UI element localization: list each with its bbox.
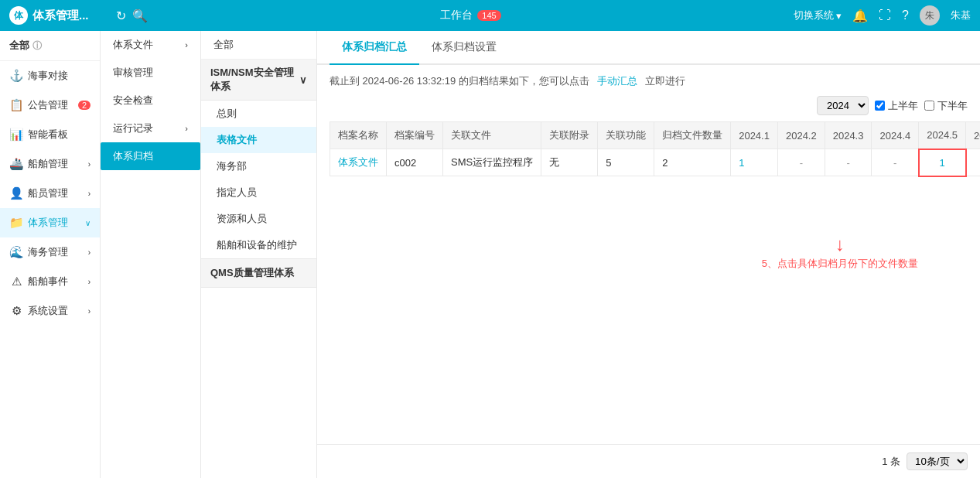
second-sidebar-item-log[interactable]: 运行记录 › xyxy=(101,114,200,142)
chevron-right-icon: › xyxy=(88,307,90,316)
tab-archive-summary[interactable]: 体系归档汇总 xyxy=(330,31,419,65)
cell-2024-2: - xyxy=(777,149,825,176)
sidebar-item-ship[interactable]: 🚢 船舶管理 › xyxy=(0,149,100,179)
second-sidebar-item-archive[interactable]: 体系归档 xyxy=(101,142,200,170)
top-header: 体 体系管理... ↻ 🔍 工作台 145 切换系统 ▾ 🔔 ⛶ ? 朱 朱基 xyxy=(0,0,980,31)
ism-item-sea-dept[interactable]: 海务部 xyxy=(201,153,316,179)
chevron-down-icon: ∨ xyxy=(85,219,90,227)
ism-all-item[interactable]: 全部 xyxy=(201,31,316,60)
notice-badge: 2 xyxy=(78,101,90,110)
first-half-label: 上半年 xyxy=(888,99,918,113)
second-sidebar-item-label: 体系文件 xyxy=(113,38,153,52)
col-2024-5: 2024.5 xyxy=(919,122,966,149)
warning-icon: ⚠ xyxy=(9,275,23,289)
col-2024-1: 2024.1 xyxy=(731,122,778,149)
workbench-badge: 145 xyxy=(477,10,500,21)
second-sidebar-item-audit[interactable]: 审核管理 xyxy=(101,59,200,87)
switch-sys-button[interactable]: 切换系统 ▾ xyxy=(794,9,842,22)
second-half-checkbox-label[interactable]: 下半年 xyxy=(924,99,968,113)
tab-archive-settings[interactable]: 体系归档设置 xyxy=(419,31,509,65)
sidebar-item-crew[interactable]: 👤 船员管理 › xyxy=(0,179,100,208)
sidebar-item-label: 系统设置 xyxy=(28,304,68,318)
workbench-button[interactable]: 工作台 145 xyxy=(440,9,500,22)
first-half-checkbox[interactable] xyxy=(875,101,885,111)
sidebar-item-label: 船员管理 xyxy=(28,186,68,200)
ism-item-designated[interactable]: 指定人员 xyxy=(201,179,316,206)
fullscreen-icon[interactable]: ⛶ xyxy=(879,9,891,22)
main-layout: 全部 ⓘ ⚓ 海事对接 📋 公告管理 2 📊 智能看板 🚢 船舶管理 › 👤 船… xyxy=(0,31,980,478)
per-page-select[interactable]: 10条/页 20条/页 50条/页 xyxy=(907,452,968,470)
system-icon: 📁 xyxy=(9,216,23,230)
second-sidebar: 体系文件 › 审核管理 安全检查 运行记录 › 体系归档 xyxy=(101,31,201,478)
ism-sidebar: 全部 ISM/NSM安全管理体系 ∨ 总则 表格文件 海务部 指定人员 资源和人… xyxy=(201,31,317,478)
switch-sys-label: 切换系统 xyxy=(794,9,834,22)
col-function: 关联功能 xyxy=(598,122,654,149)
help-icon[interactable]: ? xyxy=(902,9,909,22)
ism-nsm-header[interactable]: ISM/NSM安全管理体系 ∨ xyxy=(201,60,316,101)
cell-appendix: 无 xyxy=(541,149,598,176)
second-sidebar-item-safety[interactable]: 安全检查 xyxy=(101,87,200,114)
cell-name: 体系文件 xyxy=(330,149,387,176)
cell-2024-3: - xyxy=(825,149,872,176)
ship-icon: 🚢 xyxy=(9,157,23,171)
ism-item-ship-equip[interactable]: 船舶和设备的维护 xyxy=(201,232,316,258)
all-menu-header: 全部 ⓘ xyxy=(0,31,100,61)
chevron-down-icon: ∨ xyxy=(299,74,307,86)
table-toolbar: 2024 2023 2022 上半年 下半年 xyxy=(330,96,968,115)
refresh-icon[interactable]: ↻ xyxy=(116,9,126,23)
annotation-text: 5、点击具体归档月份下的文件数量 xyxy=(762,257,918,271)
cell-2024-1[interactable]: 1 xyxy=(731,149,778,176)
chevron-right-icon: › xyxy=(88,248,90,257)
sidebar-item-notice[interactable]: 📋 公告管理 2 xyxy=(0,90,100,120)
second-half-checkbox[interactable] xyxy=(924,101,934,111)
chart-icon: 📊 xyxy=(9,128,23,142)
archive-name-link[interactable]: 体系文件 xyxy=(338,156,378,168)
sidebar-item-incident[interactable]: ⚠ 船舶事件 › xyxy=(0,267,100,296)
qms-header[interactable]: QMS质量管理体系 xyxy=(201,258,316,288)
center-area: 工作台 145 xyxy=(148,9,794,22)
sidebar-item-label: 海务管理 xyxy=(28,245,68,259)
gear-icon: ⚙ xyxy=(9,304,23,318)
first-half-checkbox-label[interactable]: 上半年 xyxy=(875,99,918,113)
second-sidebar-item-label: 体系归档 xyxy=(113,150,153,162)
logo-icon: 体 xyxy=(9,6,28,25)
qms-header-label: QMS质量管理体系 xyxy=(210,267,294,278)
month-1-link[interactable]: 1 xyxy=(739,157,744,169)
crew-icon: 👤 xyxy=(9,186,23,200)
manual-summary-link[interactable]: 手动汇总 xyxy=(597,74,637,88)
chevron-down-icon: ▾ xyxy=(836,10,842,22)
bell-icon[interactable]: 🔔 xyxy=(852,9,868,23)
table-header: 档案名称 档案编号 关联文件 关联附录 关联功能 归档文件数量 2024.1 2… xyxy=(330,122,981,149)
second-sidebar-item-label: 运行记录 xyxy=(113,121,153,135)
ism-item-table-files[interactable]: 表格文件 xyxy=(201,127,316,153)
sidebar-item-maritime[interactable]: ⚓ 海事对接 xyxy=(0,61,100,90)
sidebar-item-system[interactable]: 📁 体系管理 ∨ xyxy=(0,208,100,237)
all-menu-label: 全部 xyxy=(9,39,29,53)
cell-2024-6: - xyxy=(966,149,981,176)
cell-function: 5 xyxy=(598,149,654,176)
filter-bar: 截止到 2024-06-26 13:32:19 的归档结果如下，您可以点击 手动… xyxy=(330,74,968,88)
table-container: 截止到 2024-06-26 13:32:19 的归档结果如下，您可以点击 手动… xyxy=(317,65,980,444)
sidebar-item-sea[interactable]: 🌊 海务管理 › xyxy=(0,237,100,267)
cell-archive-count: 2 xyxy=(654,149,731,176)
workbench-label: 工作台 xyxy=(440,9,473,22)
filter-text2: 立即进行 xyxy=(645,74,685,88)
col-2024-6: 2024.6 xyxy=(966,122,981,149)
search-icon[interactable]: 🔍 xyxy=(132,9,148,23)
sidebar-item-settings[interactable]: ⚙ 系统设置 › xyxy=(0,296,100,326)
cell-2024-5[interactable]: 1 xyxy=(919,149,966,176)
table-body: 体系文件 c002 SMS运行监控程序 无 5 2 1 - - - xyxy=(330,149,981,176)
sidebar-item-label: 公告管理 xyxy=(28,98,68,112)
ism-item-resources[interactable]: 资源和人员 xyxy=(201,206,316,232)
second-sidebar-item-files[interactable]: 体系文件 › xyxy=(101,31,200,59)
ism-item-general[interactable]: 总则 xyxy=(201,101,316,127)
cell-2024-4: - xyxy=(872,149,919,176)
table-row: 体系文件 c002 SMS运行监控程序 无 5 2 1 - - - xyxy=(330,149,981,176)
year-select[interactable]: 2024 2023 2022 xyxy=(817,96,869,115)
sidebar-item-label: 船舶事件 xyxy=(28,275,68,289)
col-2024-4: 2024.4 xyxy=(872,122,919,149)
sidebar-item-smart[interactable]: 📊 智能看板 xyxy=(0,120,100,149)
content-area: 体系归档汇总 体系归档设置 截止到 2024-06-26 13:32:19 的归… xyxy=(317,31,980,478)
chevron-right-icon: › xyxy=(88,278,90,286)
month-5-link[interactable]: 1 xyxy=(940,157,945,169)
